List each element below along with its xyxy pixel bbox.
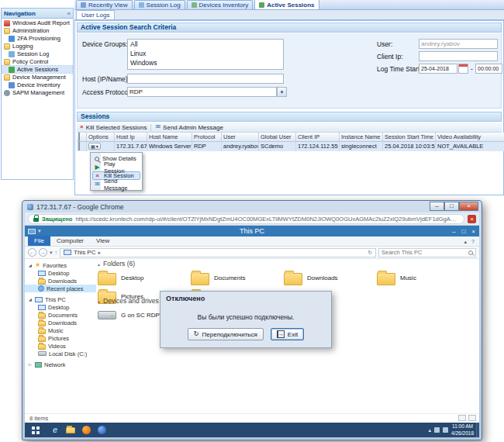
menu-item-play-session[interactable]: ▶Play Session (92, 163, 140, 171)
folder-tile-desktop[interactable]: Desktop (98, 269, 185, 286)
folder-tile-documents[interactable]: Documents (191, 269, 278, 286)
details-view-icon[interactable] (458, 415, 466, 421)
expander-icon[interactable]: ◢ (28, 297, 33, 302)
row-checkbox[interactable] (78, 142, 80, 150)
column-options[interactable]: Options (87, 133, 115, 142)
tree-item-desktop[interactable]: Desktop (25, 269, 96, 277)
column-host-ip[interactable]: Host Ip (115, 133, 147, 142)
tab-active-sessions[interactable]: Active Sessions (254, 0, 319, 9)
tree-item-pc-downloads[interactable]: Downloads (25, 319, 96, 326)
send-admin-message-button[interactable]: ✉Send Admin Message (155, 124, 223, 131)
thumbnail-view-icon[interactable] (468, 415, 476, 421)
menu-item-send-message[interactable]: ✉Send Message (92, 180, 140, 188)
minimize-button[interactable]: – (452, 228, 455, 235)
address-bar[interactable]: Защищено https://scedc.krontech.com/rdp-… (28, 214, 464, 224)
host-input[interactable] (127, 74, 284, 84)
chevron-down-icon[interactable]: ▾ (277, 87, 287, 97)
column-session-start-time[interactable]: Session Start Time (383, 133, 436, 142)
recent-locations-icon[interactable]: ▾ (50, 250, 53, 256)
tree-item-pc-music[interactable]: Music (25, 326, 96, 334)
nav-item-device-management[interactable]: Device Management (2, 74, 72, 81)
tree-item-recent-places[interactable]: Recent places (25, 285, 96, 292)
nav-item-administration[interactable]: Administration (2, 27, 72, 34)
tray-chevron-up-icon[interactable]: ▴ (429, 427, 432, 433)
column-instance-name[interactable]: Instance Name (340, 133, 383, 142)
tab-recently-view[interactable]: Recently View (76, 0, 133, 9)
nav-item-device-inventory[interactable]: Device Inventory (2, 81, 72, 88)
calendar-icon[interactable] (458, 64, 468, 74)
forward-icon[interactable]: → (39, 248, 47, 257)
ribbon-tab-view[interactable]: View (90, 236, 116, 246)
exit-button[interactable]: →Exit (271, 328, 304, 340)
start-button[interactable] (26, 423, 45, 437)
file-explorer-icon[interactable] (65, 425, 76, 436)
help-icon[interactable]: ? (471, 239, 475, 244)
select-all-checkbox[interactable] (78, 133, 80, 141)
device-group-option-all[interactable]: All (128, 40, 283, 49)
nav-item-sapm-management[interactable]: SAPM Management (2, 89, 72, 96)
tree-item-this-pc[interactable]: ◢This PC (25, 295, 96, 303)
reconnect-button[interactable]: ↻Переподключиться (188, 328, 264, 340)
column-user[interactable]: User (222, 133, 259, 142)
expander-icon[interactable]: ▷ (28, 362, 33, 367)
nav-item-policy-control[interactable]: Policy Control (2, 58, 72, 65)
column-global-user[interactable]: Global User (259, 133, 296, 142)
table-row[interactable]: ▦▾ 172.31.7.67 Windows Server RDP andrey… (77, 142, 504, 151)
up-icon[interactable]: ↑ (55, 250, 58, 255)
tree-item-pc-desktop[interactable]: Desktop (25, 303, 96, 311)
back-icon[interactable]: ← (28, 248, 36, 257)
client-ip-input[interactable] (419, 51, 498, 61)
column-host-name[interactable]: Host Name (147, 133, 192, 142)
ribbon-tab-computer[interactable]: Computer (50, 236, 90, 246)
nav-item-windows-audit-report[interactable]: Windows Audit Report (2, 19, 72, 26)
log-time-input[interactable] (475, 64, 502, 74)
tree-item-pc-pictures[interactable]: Pictures (25, 334, 96, 342)
nav-item-2fa-provisioning[interactable]: 2FA Provisioning (2, 35, 72, 42)
expand-ribbon-icon[interactable]: ▴ (464, 239, 468, 245)
column-video-availability[interactable]: Video Availability (436, 133, 504, 142)
folder-tile-downloads[interactable]: Downloads (284, 269, 371, 286)
tree-item-pc-documents[interactable]: Documents (25, 311, 96, 319)
search-input[interactable] (381, 249, 466, 257)
tab-session-log[interactable]: Session Log (134, 0, 185, 9)
options-split-button[interactable]: ▦▾ (88, 143, 101, 150)
breadcrumb-location[interactable]: This PC (74, 249, 95, 256)
tree-item-pc-videos[interactable]: Videos (25, 342, 96, 350)
tree-item-favorites[interactable]: ◢★Favorites (25, 261, 96, 269)
ribbon-tab-file[interactable]: File (28, 236, 50, 246)
navigation-header[interactable]: Navigation « (2, 9, 73, 19)
taskbar-clock[interactable]: 11:00 AM4/26/2018 (451, 423, 474, 436)
tree-item-local-disk[interactable]: Local Disk (C:) (25, 350, 96, 357)
folder-tile-music[interactable]: Music (377, 269, 464, 286)
folders-group-header[interactable]: ▴Folders (6) (98, 260, 135, 268)
tray-volume-icon[interactable] (443, 427, 448, 433)
collapse-panel-icon[interactable]: « (67, 10, 71, 17)
tray-network-icon[interactable] (434, 427, 440, 433)
close-button[interactable]: × (471, 228, 475, 235)
show-desktop-button[interactable] (476, 423, 479, 437)
refresh-icon[interactable]: ↻ (368, 250, 372, 256)
log-date-input[interactable] (419, 64, 457, 74)
maximize-button[interactable]: □ (444, 202, 459, 211)
tree-item-downloads[interactable]: Downloads (25, 277, 96, 285)
maximize-button[interactable]: □ (461, 228, 465, 235)
chrome-title-bar[interactable]: 172.31.7.67 - Google Chrome (27, 202, 123, 212)
app-icon[interactable] (96, 425, 107, 436)
access-protocol-combo[interactable]: RDP (127, 87, 277, 97)
tab-user-logs[interactable]: User Logs (76, 10, 115, 19)
column-protocol[interactable]: Protocol (192, 133, 222, 142)
device-group-option-windows[interactable]: Windows (128, 58, 283, 67)
internet-explorer-icon[interactable]: e (50, 425, 60, 436)
device-groups-listbox[interactable]: All Linux Windows (127, 39, 284, 70)
minimize-button[interactable]: – (430, 202, 444, 211)
nav-item-session-log[interactable]: Session Log (2, 50, 72, 57)
close-button[interactable]: × (459, 202, 478, 211)
device-group-option-linux[interactable]: Linux (128, 49, 283, 58)
nav-item-active-sessions[interactable]: Active Sessions (2, 66, 72, 73)
devices-group-header[interactable]: ▴Devices and drives (2) (98, 297, 169, 305)
expander-icon[interactable]: ◢ (28, 263, 33, 268)
user-input[interactable] (419, 39, 498, 49)
nav-item-logging[interactable]: Logging (2, 43, 72, 50)
firefox-icon[interactable] (81, 425, 91, 436)
kill-selected-sessions-button[interactable]: ×Kill Selected Sessions (80, 124, 147, 131)
